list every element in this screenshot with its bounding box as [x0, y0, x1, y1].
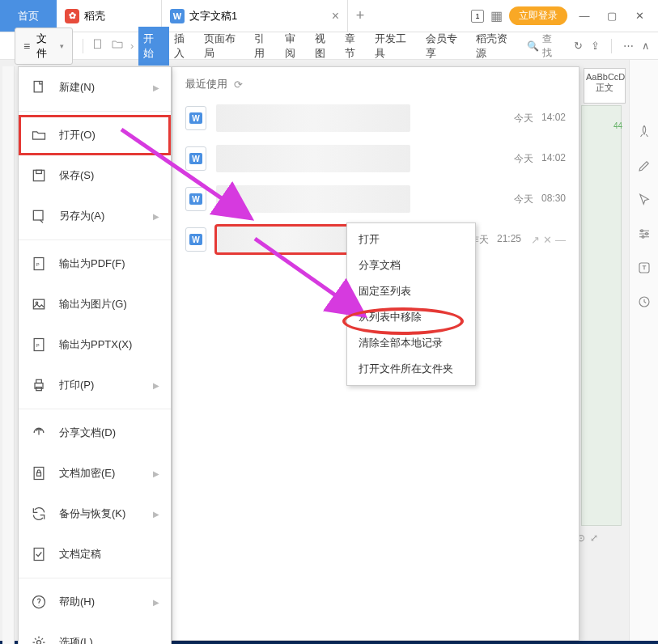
file-menu-item-options[interactable]: 选项(L): [19, 622, 171, 644]
pin-icon[interactable]: ✕: [543, 234, 552, 246]
remove-icon[interactable]: —: [555, 234, 566, 246]
search-box[interactable]: 🔍 查找: [522, 31, 566, 61]
final-icon: [30, 545, 48, 563]
style-normal[interactable]: AaBbCcD 正文: [584, 68, 626, 104]
file-menu-item-label: 备份与恢复(K): [59, 506, 125, 521]
image-icon: [30, 295, 48, 313]
collapse-ribbon-icon[interactable]: ∧: [642, 40, 650, 52]
open-folder-icon[interactable]: [111, 38, 124, 53]
file-menu-item-new[interactable]: 新建(N) ▶: [19, 67, 171, 108]
quick-access-toolbar: ›: [87, 38, 138, 53]
file-menu-item-label: 新建(N): [59, 80, 95, 95]
recent-file-time: 14:02: [541, 152, 566, 166]
window-close-icon[interactable]: ✕: [629, 10, 650, 22]
file-menu-item-help[interactable]: 帮助(H) ▶: [19, 582, 171, 622]
svg-rect-1: [34, 82, 42, 92]
chevron-right-icon: ▶: [153, 510, 159, 519]
ribbon-tab-vip[interactable]: 会员专享: [421, 27, 472, 66]
context-menu-item[interactable]: 分享文档: [347, 252, 475, 278]
file-menu-item-share[interactable]: 分享文档(D): [19, 413, 171, 453]
ruler-marker: 44: [613, 121, 622, 130]
file-menu-item-pptx[interactable]: P 输出为PPTX(X): [19, 324, 171, 365]
file-menu-item-pdf[interactable]: P 输出为PDF(F): [19, 244, 171, 284]
ribbon-tab-view[interactable]: 视图: [310, 27, 340, 66]
options-icon: [30, 633, 48, 644]
ribbon-tab-resource[interactable]: 稻壳资源: [471, 27, 522, 66]
context-menu-item[interactable]: 打开: [347, 227, 475, 252]
svg-point-18: [37, 641, 41, 645]
ribbon-tab-dev[interactable]: 开发工具: [370, 27, 421, 66]
recent-file-name-redacted: [216, 226, 354, 253]
new-doc-icon[interactable]: [91, 38, 104, 53]
recent-file-row[interactable]: 今天14:02: [172, 138, 579, 179]
word-doc-icon: [185, 227, 206, 252]
share-icon: [30, 424, 48, 442]
recent-file-name-redacted: [216, 185, 410, 213]
rocket-icon[interactable]: [637, 125, 652, 142]
file-menu-item-image[interactable]: 输出为图片(G): [19, 284, 171, 324]
status-expand-icon[interactable]: ⤢: [590, 532, 598, 544]
file-menu-item-saveas[interactable]: 另存为(A) ▶: [19, 196, 171, 236]
file-menu-item-label: 打开(O): [59, 128, 96, 142]
svg-rect-2: [33, 170, 44, 180]
cloud-sync-icon[interactable]: ↻: [574, 40, 583, 52]
context-menu-item[interactable]: 从列表中移除: [347, 304, 475, 330]
recent-file-row[interactable]: 今天08:30: [172, 179, 579, 219]
translate-icon[interactable]: [637, 261, 652, 278]
file-menu-item-backup[interactable]: 备份与恢复(K) ▶: [19, 494, 171, 534]
ribbon-tab-layout[interactable]: 页面布局: [199, 27, 250, 66]
window-maximize-icon[interactable]: ▢: [601, 10, 622, 22]
recent-file-day: 今天: [514, 152, 533, 166]
recent-file-time: 08:30: [541, 193, 566, 206]
file-menu-item-lock[interactable]: 文档加密(E) ▶: [19, 453, 171, 494]
context-menu-item[interactable]: 清除全部本地记录: [347, 330, 475, 356]
login-button[interactable]: 立即登录: [509, 6, 567, 25]
ribbon-tab-start[interactable]: 开始: [138, 27, 168, 66]
file-menu-label: 文件: [36, 32, 57, 61]
clock-icon[interactable]: [637, 294, 652, 312]
hamburger-icon: [23, 40, 33, 53]
reading-mode-icon[interactable]: 1: [471, 10, 484, 23]
file-menu-item-label: 输出为PDF(F): [59, 256, 125, 271]
file-menu-item-final[interactable]: 文档定稿: [19, 534, 171, 574]
ribbon-tab-chapter[interactable]: 章节: [340, 27, 370, 66]
pencil-icon[interactable]: [637, 159, 652, 176]
settings-slider-icon[interactable]: [637, 227, 652, 244]
ribbon-tab-review[interactable]: 审阅: [280, 27, 310, 66]
chevron-right-icon: ▶: [153, 381, 159, 390]
menubar: 文件 ▾ › 开始 插入 页面布局 引用 审阅 视图 章节 开发工具 会员专享 …: [0, 32, 658, 60]
file-menu-item-save[interactable]: 保存(S): [19, 155, 171, 196]
recent-file-time: 21:25: [497, 233, 521, 247]
share-small-icon[interactable]: ↗: [531, 234, 540, 246]
svg-rect-4: [33, 210, 43, 220]
file-menu-button[interactable]: 文件 ▾: [15, 28, 73, 65]
status-icons: ⊙ ⤢: [577, 529, 626, 547]
saveas-icon: [30, 207, 48, 225]
share-icon[interactable]: ⇪: [591, 40, 600, 52]
grid-icon[interactable]: ▦: [490, 8, 503, 23]
file-menu-item-print[interactable]: 打印(P) ▶: [19, 365, 171, 405]
pdf-icon: P: [30, 255, 48, 273]
file-menu-item-open[interactable]: 打开(O): [19, 115, 171, 155]
word-doc-icon: [185, 146, 206, 171]
context-menu-item[interactable]: 固定至列表: [347, 278, 475, 304]
svg-rect-12: [36, 379, 42, 383]
recent-file-row[interactable]: 今天14:02: [172, 98, 579, 138]
svg-rect-14: [34, 468, 44, 480]
reload-icon[interactable]: ⟳: [234, 78, 243, 91]
file-menu-item-label: 选项(L): [59, 635, 93, 644]
window-minimize-icon[interactable]: —: [574, 10, 595, 22]
chevron-right-icon: ▶: [153, 469, 159, 478]
chevron-right-icon: ▶: [153, 598, 159, 607]
tab-close-icon[interactable]: ×: [332, 9, 339, 23]
ribbon-tab-insert[interactable]: 插入: [169, 27, 199, 66]
vertical-ruler: [2, 66, 15, 644]
file-menu-item-label: 文档定稿: [59, 547, 101, 561]
print-icon: [30, 376, 48, 394]
cursor-icon[interactable]: [637, 193, 652, 210]
word-doc-icon: [185, 187, 206, 211]
more-icon[interactable]: ⋯: [623, 40, 634, 52]
context-menu-item[interactable]: 打开文件所在文件夹: [347, 356, 475, 382]
chevron-right-icon[interactable]: ›: [130, 40, 134, 52]
ribbon-tab-reference[interactable]: 引用: [249, 27, 279, 66]
